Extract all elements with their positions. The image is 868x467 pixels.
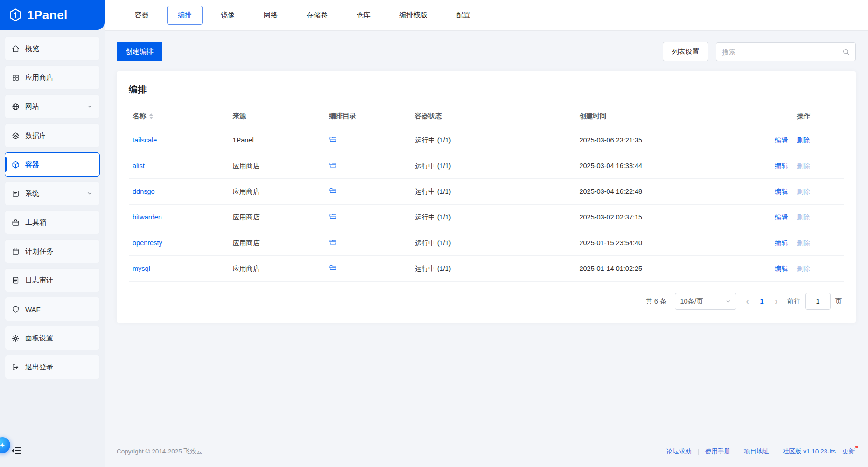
- sidebar-menu: 概览 应用商店 网站 数据库 容器 系统 工具箱: [0, 30, 105, 439]
- app-logo[interactable]: 1Panel: [0, 0, 105, 30]
- sidebar: 1Panel 概览 应用商店 网站 数据库 容器 系统: [0, 0, 105, 467]
- column-header-created: 创建时间: [575, 105, 733, 127]
- folder-icon[interactable]: [329, 135, 337, 143]
- delete-button: 删除: [797, 239, 810, 247]
- top-tabbar: 容器 编排 镜像 网络 存储卷 仓库 编排模版 配置: [105, 0, 868, 31]
- home-icon: [12, 45, 20, 53]
- compose-source: 1Panel: [229, 127, 325, 153]
- sort-caret-icon[interactable]: [149, 113, 153, 119]
- divider: [737, 449, 737, 455]
- sidebar-item-toolbox[interactable]: 工具箱: [5, 210, 100, 234]
- edit-button[interactable]: 编辑: [775, 188, 788, 195]
- sidebar-item-system[interactable]: 系统: [5, 181, 100, 205]
- search-box: [716, 42, 856, 61]
- column-header-source: 来源: [229, 105, 325, 127]
- update-link[interactable]: 更新: [842, 448, 855, 455]
- tab-volumes[interactable]: 存储卷: [296, 6, 338, 25]
- compose-card: 编排 名称 来源 编排目录 容器状态 创建时间 操作: [117, 71, 856, 323]
- sidebar-item-label: 系统: [25, 189, 39, 198]
- sidebar-item-overview[interactable]: 概览: [5, 36, 100, 61]
- goto-page-input[interactable]: [805, 293, 831, 310]
- collapse-sidebar-button[interactable]: [11, 446, 21, 456]
- page-size-select[interactable]: 10条/页: [675, 293, 736, 310]
- folder-icon[interactable]: [329, 264, 337, 272]
- version-link[interactable]: 社区版 v1.10.23-lts: [783, 447, 836, 456]
- sidebar-item-label: 面板设置: [25, 334, 53, 343]
- database-icon: [12, 132, 20, 140]
- create-compose-button[interactable]: 创建编排: [117, 42, 162, 61]
- sidebar-item-label: 退出登录: [25, 363, 53, 372]
- sidebar-item-label: 数据库: [25, 131, 46, 140]
- column-header-status: 容器状态: [411, 105, 575, 127]
- edit-button[interactable]: 编辑: [775, 136, 788, 144]
- folder-icon[interactable]: [329, 187, 337, 195]
- sidebar-item-database[interactable]: 数据库: [5, 123, 100, 148]
- logo-hexagon-icon: [8, 8, 22, 22]
- tab-containers[interactable]: 容器: [124, 6, 160, 25]
- pagination: 共 6 条 10条/页 ‹ 1 › 前往 页: [129, 282, 844, 313]
- folder-icon[interactable]: [329, 212, 337, 220]
- forum-help-link[interactable]: 论坛求助: [666, 447, 692, 456]
- folder-icon[interactable]: [329, 238, 337, 246]
- compose-source: 应用商店: [229, 153, 325, 179]
- sidebar-item-website[interactable]: 网站: [5, 94, 100, 119]
- compose-created: 2025-01-14 01:02:25: [575, 256, 733, 282]
- sidebar-item-container[interactable]: 容器: [5, 152, 100, 177]
- divider: [776, 449, 776, 455]
- compose-created: 2025-03-04 16:33:44: [575, 153, 733, 179]
- project-repo-link[interactable]: 项目地址: [744, 447, 769, 456]
- compose-name-link[interactable]: tailscale: [133, 136, 157, 144]
- compose-status: 运行中 (1/1): [411, 256, 575, 282]
- compose-name-link[interactable]: openresty: [133, 239, 162, 247]
- sidebar-item-logout[interactable]: 退出登录: [5, 355, 100, 379]
- prev-page-button[interactable]: ‹: [745, 297, 749, 305]
- edit-button[interactable]: 编辑: [775, 162, 788, 170]
- container-icon: [12, 161, 20, 169]
- divider: [698, 449, 699, 455]
- compose-status: 运行中 (1/1): [411, 179, 575, 205]
- compose-status: 运行中 (1/1): [411, 127, 575, 153]
- sidebar-item-label: 应用商店: [25, 73, 53, 82]
- table-row: mysql 应用商店 运行中 (1/1) 2025-01-14 01:02:25…: [129, 256, 844, 282]
- goto-label: 前往: [787, 297, 801, 306]
- page-size-value: 10条/页: [680, 297, 703, 306]
- user-manual-link[interactable]: 使用手册: [705, 447, 730, 456]
- search-input[interactable]: [722, 48, 842, 56]
- tab-compose[interactable]: 编排: [167, 6, 203, 25]
- sidebar-item-label: 概览: [25, 44, 39, 53]
- main-content: 容器 编排 镜像 网络 存储卷 仓库 编排模版 配置 创建编排 列表设置 编排: [105, 0, 868, 467]
- tab-compose-templates[interactable]: 编排模版: [389, 6, 438, 25]
- tab-repositories[interactable]: 仓库: [346, 6, 381, 25]
- delete-button[interactable]: 删除: [797, 136, 810, 144]
- tab-settings[interactable]: 配置: [446, 6, 481, 25]
- folder-icon[interactable]: [329, 161, 337, 169]
- search-icon[interactable]: [842, 48, 850, 56]
- tab-networks[interactable]: 网络: [253, 6, 288, 25]
- compose-source: 应用商店: [229, 179, 325, 205]
- column-header-name[interactable]: 名称: [129, 105, 229, 127]
- table-row: tailscale 1Panel 运行中 (1/1) 2025-03-06 23…: [129, 127, 844, 153]
- sidebar-item-log-audit[interactable]: 日志审计: [5, 268, 100, 292]
- edit-button[interactable]: 编辑: [775, 239, 788, 247]
- next-page-button[interactable]: ›: [774, 297, 779, 305]
- compose-name-link[interactable]: mysql: [133, 265, 150, 272]
- sidebar-item-app-store[interactable]: 应用商店: [5, 65, 100, 90]
- delete-button: 删除: [797, 188, 810, 195]
- app-title: 1Panel: [27, 8, 68, 22]
- logout-icon: [12, 363, 20, 371]
- sidebar-item-waf[interactable]: WAF: [5, 297, 100, 321]
- compose-name-link[interactable]: alist: [133, 162, 145, 170]
- compose-name-link[interactable]: ddnsgo: [133, 188, 155, 195]
- sidebar-item-panel-settings[interactable]: 面板设置: [5, 326, 100, 350]
- list-settings-button[interactable]: 列表设置: [663, 42, 708, 61]
- compose-name-link[interactable]: bitwarden: [133, 213, 162, 221]
- current-page-button[interactable]: 1: [758, 297, 765, 305]
- table-row: ddnsgo 应用商店 运行中 (1/1) 2025-03-04 16:22:4…: [129, 179, 844, 205]
- table-row: alist 应用商店 运行中 (1/1) 2025-03-04 16:33:44…: [129, 153, 844, 179]
- page-title: 编排: [129, 84, 844, 96]
- tab-images[interactable]: 镜像: [210, 6, 245, 25]
- edit-button[interactable]: 编辑: [775, 265, 788, 272]
- sidebar-item-cron[interactable]: 计划任务: [5, 239, 100, 263]
- edit-button[interactable]: 编辑: [775, 213, 788, 221]
- copyright-text: Copyright © 2014-2025 飞致云: [117, 447, 203, 456]
